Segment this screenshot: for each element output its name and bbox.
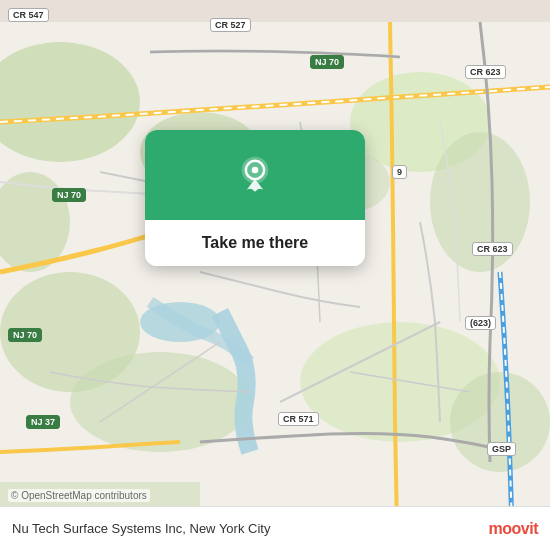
road-label-rt9: 9 [392, 165, 407, 179]
road-label-cr527: CR 527 [210, 18, 251, 32]
svg-point-7 [70, 352, 250, 452]
map-container: CR 547 CR 527 NJ 70 NJ 70 NJ 70 9 CR 623… [0, 0, 550, 550]
road-label-nj70-left: NJ 70 [52, 188, 86, 202]
road-label-cr547: CR 547 [8, 8, 49, 22]
road-label-nj37: NJ 37 [26, 415, 60, 429]
moovit-brand-text: moovit [489, 520, 538, 538]
svg-point-9 [450, 372, 550, 472]
location-pin-icon [235, 155, 275, 195]
take-me-there-button[interactable]: Take me there [145, 220, 365, 266]
road-label-cr571: CR 571 [278, 412, 319, 426]
road-label-cr623-top: CR 623 [465, 65, 506, 79]
moovit-logo: moovit [489, 520, 538, 538]
map-attribution: © OpenStreetMap contributors [8, 489, 150, 502]
road-label-nj70-top: NJ 70 [310, 55, 344, 69]
business-location-text: Nu Tech Surface Systems Inc, New York Ci… [12, 521, 489, 536]
road-label-cr623-right: CR 623 [472, 242, 513, 256]
road-label-nj70-bottom: NJ 70 [8, 328, 42, 342]
bottom-bar: Nu Tech Surface Systems Inc, New York Ci… [0, 506, 550, 550]
road-label-gsp: GSP [487, 442, 516, 456]
take-me-there-card[interactable]: Take me there [145, 130, 365, 266]
svg-point-15 [252, 167, 259, 174]
road-label-cr623-paren: (623) [465, 316, 496, 330]
card-green-header [145, 130, 365, 220]
